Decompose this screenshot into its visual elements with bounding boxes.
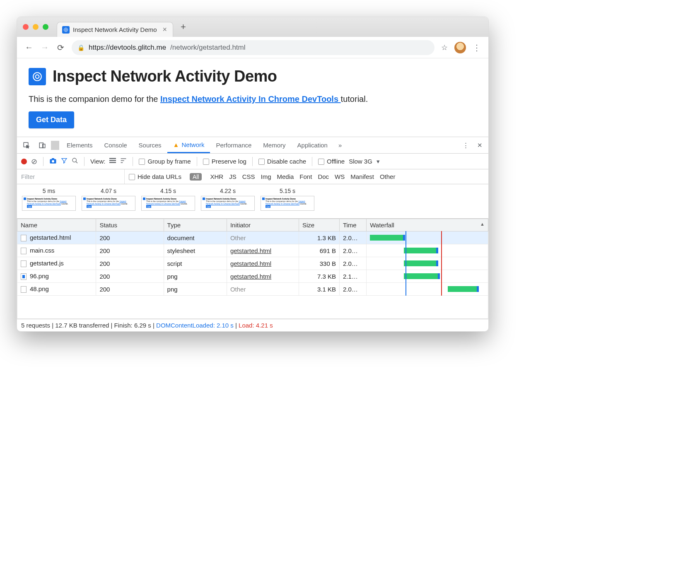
waterfall-bar [370, 285, 485, 293]
request-row[interactable]: getstarted.js200scriptgetstarted.html330… [17, 257, 488, 270]
svg-rect-11 [109, 158, 116, 159]
screenshots-button[interactable] [49, 157, 57, 165]
filter-row: Filter Hide data URLs All XHRJSCSSImgMed… [17, 169, 488, 184]
filmstrip-frame[interactable]: 4.22 sInspect Network Activity DemoThis … [201, 188, 255, 211]
offline-checkbox[interactable]: Offline [318, 158, 345, 165]
tab-performance[interactable]: Performance [210, 137, 257, 153]
svg-point-2 [33, 72, 41, 81]
group-by-frame-checkbox[interactable]: Group by frame [139, 158, 191, 165]
column-status[interactable]: Status [96, 219, 164, 231]
filter-toggle-button[interactable] [61, 157, 68, 165]
record-button[interactable] [21, 159, 27, 164]
more-tabs-button[interactable]: » [335, 137, 345, 153]
omnibox[interactable]: 🔒 https://devtools.glitch.me/network/get… [72, 40, 434, 55]
back-button[interactable]: ← [24, 43, 34, 52]
svg-point-10 [72, 158, 76, 162]
initiator-link[interactable]: getstarted.html [230, 247, 271, 254]
clear-button[interactable]: ⊘ [31, 157, 37, 166]
filmstrip-frame[interactable]: 4.15 sInspect Network Activity DemoThis … [141, 188, 195, 211]
device-toolbar-button[interactable] [35, 137, 49, 153]
preserve-log-checkbox[interactable]: Preserve log [203, 158, 246, 165]
status-domcontentloaded: DOMContentLoaded: 2.10 s [156, 322, 234, 329]
column-type[interactable]: Type [164, 219, 227, 231]
get-data-button[interactable]: Get Data [29, 111, 74, 128]
filter-type-other[interactable]: Other [380, 173, 396, 180]
tutorial-link[interactable]: Inspect Network Activity In Chrome DevTo… [160, 94, 341, 104]
throttle-dropdown-icon[interactable]: ▾ [377, 158, 380, 165]
hide-data-urls-checkbox[interactable]: Hide data URLs [129, 173, 181, 181]
svg-point-8 [52, 160, 54, 163]
profile-avatar[interactable] [454, 42, 466, 53]
status-requests: 5 requests [21, 322, 50, 329]
waterfall-bar [370, 272, 485, 280]
initiator-link[interactable]: getstarted.html [230, 273, 271, 280]
filter-type-js[interactable]: JS [229, 173, 237, 180]
close-window-button[interactable] [23, 24, 29, 30]
filter-all-button[interactable]: All [190, 173, 202, 181]
bookmark-button[interactable]: ☆ [441, 43, 448, 52]
tab-console[interactable]: Console [99, 137, 133, 153]
browser-menu-button[interactable]: ⋮ [473, 43, 481, 53]
svg-point-1 [65, 29, 67, 31]
waterfall-bar [370, 246, 485, 255]
overview-toggle-button[interactable] [120, 158, 127, 165]
devtools-tabs: ElementsConsoleSources▲NetworkPerformanc… [17, 137, 488, 154]
filter-type-media[interactable]: Media [277, 173, 294, 180]
status-finish: Finish: 6.29 s [114, 322, 151, 329]
tab-sources[interactable]: Sources [133, 137, 167, 153]
maximize-window-button[interactable] [43, 24, 48, 30]
column-name[interactable]: Name [17, 219, 96, 231]
filter-type-ws[interactable]: WS [335, 173, 345, 180]
disable-cache-checkbox[interactable]: Disable cache [258, 158, 306, 165]
network-table: NameStatusTypeInitiatorSizeTimeWaterfall… [17, 219, 488, 319]
column-size[interactable]: Size [299, 219, 340, 231]
status-transferred: 12.7 KB transferred [55, 322, 109, 329]
column-initiator[interactable]: Initiator [227, 219, 299, 231]
new-tab-button[interactable]: + [181, 22, 186, 32]
filmstrip-frame[interactable]: 5.15 sInspect Network Activity DemoThis … [261, 188, 314, 211]
close-devtools-button[interactable]: ✕ [474, 137, 486, 153]
throttle-select[interactable]: Slow 3G [349, 158, 372, 165]
filter-input[interactable]: Filter [17, 169, 125, 184]
search-button[interactable] [72, 157, 78, 165]
request-row[interactable]: main.css200stylesheetgetstarted.html691 … [17, 244, 488, 257]
forward-button[interactable]: → [40, 43, 49, 52]
lock-icon: 🔒 [77, 44, 84, 51]
filter-type-img[interactable]: Img [261, 173, 271, 180]
filter-type-xhr[interactable]: XHR [210, 173, 223, 180]
filmstrip-frame[interactable]: 4.07 sInspect Network Activity DemoThis … [82, 188, 135, 211]
tab-elements[interactable]: Elements [61, 137, 99, 153]
large-rows-button[interactable] [109, 158, 116, 165]
filter-type-font[interactable]: Font [299, 173, 312, 180]
browser-tab[interactable]: Inspect Network Activity Demo × [57, 22, 173, 37]
filmstrip-frame[interactable]: 5 msInspect Network Activity DemoThis is… [22, 188, 76, 211]
page-intro: This is the companion demo for the Inspe… [29, 94, 477, 104]
close-tab-button[interactable]: × [163, 25, 167, 34]
column-waterfall[interactable]: Waterfall▲ [367, 219, 488, 231]
filter-type-doc[interactable]: Doc [318, 173, 329, 180]
filter-type-css[interactable]: CSS [242, 173, 255, 180]
request-row[interactable]: 48.png200pngOther3.1 KB2.0… [17, 283, 488, 296]
titlebar: Inspect Network Activity Demo × + [17, 17, 488, 37]
tab-network[interactable]: ▲Network [167, 137, 210, 153]
minimize-window-button[interactable] [33, 24, 39, 30]
inspect-element-button[interactable] [19, 137, 34, 153]
tab-memory[interactable]: Memory [257, 137, 291, 153]
file-icon [21, 248, 27, 254]
waterfall-bar [370, 234, 485, 242]
request-row[interactable]: 96.png200pnggetstarted.html7.3 KB2.1… [17, 270, 488, 283]
devtools-menu-button[interactable]: ⋮ [459, 137, 472, 153]
address-bar: ← → ⟳ 🔒 https://devtools.glitch.me/netwo… [17, 37, 488, 58]
reload-button[interactable]: ⟳ [56, 43, 65, 53]
url-host: https://devtools.glitch.me [89, 43, 166, 52]
file-icon [21, 260, 27, 267]
initiator-link[interactable]: getstarted.html [230, 260, 271, 267]
file-icon [21, 286, 27, 293]
browser-window: Inspect Network Activity Demo × + ← → ⟳ … [17, 17, 489, 332]
column-time[interactable]: Time [339, 219, 366, 231]
page-logo-icon [29, 68, 46, 85]
tab-application[interactable]: Application [292, 137, 333, 153]
request-row[interactable]: getstarted.html200documentOther1.3 KB2.0… [17, 231, 488, 244]
filter-type-manifest[interactable]: Manifest [350, 173, 374, 180]
status-load: Load: 4.21 s [239, 322, 273, 329]
